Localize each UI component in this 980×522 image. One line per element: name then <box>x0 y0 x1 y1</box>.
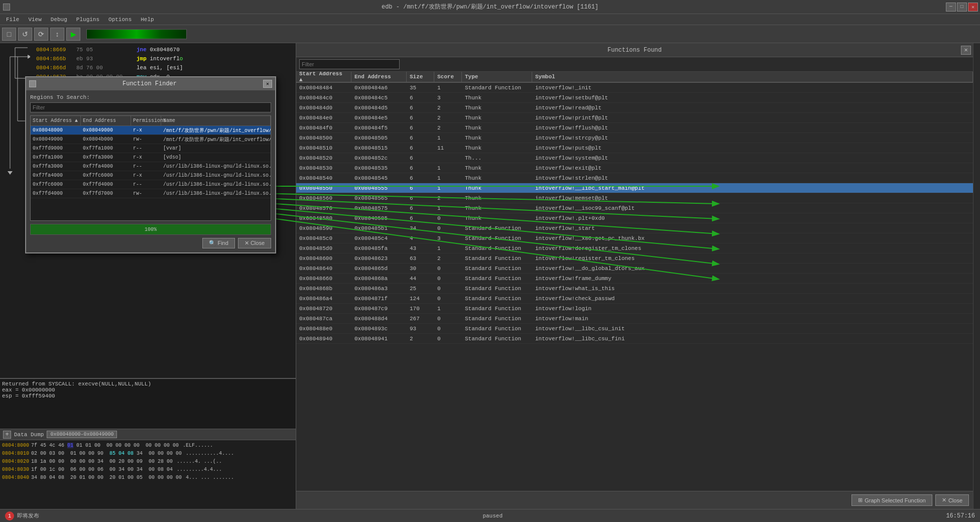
app-icon <box>3 4 10 11</box>
toolbar-btn-4[interactable]: ▶ <box>66 28 80 41</box>
functions-filter-input[interactable] <box>299 59 400 69</box>
fn-score: 0 <box>434 215 462 221</box>
menu-options[interactable]: Options <box>104 16 136 24</box>
dialog-filter-input[interactable] <box>30 102 271 112</box>
fn-size: 44 <box>407 276 434 282</box>
toolbar-btn-0[interactable]: □ <box>2 28 16 41</box>
col-header-start[interactable]: Start Address ▲ <box>296 72 351 82</box>
dialog-find-button[interactable]: 🔍 Find <box>202 238 234 248</box>
table-row[interactable]: 0x080485c0 0x080485c4 4 3 Standard Funct… <box>296 233 973 243</box>
fn-start: 0x080484f0 <box>296 125 351 131</box>
list-item[interactable]: 0xf7fd4000 0xf7fd7000 rw- /usr/lib/i386-… <box>31 189 271 198</box>
list-item[interactable]: 0xf7fa4000 0xf7fc6000 r-x /usr/lib/i386-… <box>31 171 271 180</box>
table-row[interactable]: 0x080486a4 0x0804871f 124 0 Standard Fun… <box>296 294 973 304</box>
fn-score: 1 <box>434 135 462 141</box>
toolbar-btn-3[interactable]: ↕ <box>50 28 64 41</box>
fn-size: 170 <box>407 306 434 312</box>
disasm-line[interactable]: 0804:866b eb 93 jmp intoverflo <box>34 54 296 63</box>
list-item[interactable]: 0xf7fc6000 0xf7fd4000 r-- /usr/lib/i386-… <box>31 180 271 189</box>
dialog-rows-container[interactable]: 0x08048000 0x08049000 r-x /mnt/f/攻防世界/pw… <box>31 126 271 198</box>
functions-found-close-btn[interactable]: ✕ <box>961 46 971 55</box>
table-row[interactable]: 0x08048580 0x08048585 6 0 Thunk intoverf… <box>296 213 973 223</box>
fn-symbol: intoverflow!.plt+0xd0 <box>532 215 973 221</box>
fn-score: 2 <box>434 195 462 201</box>
col-header-symbol[interactable]: Symbol <box>532 72 973 82</box>
disasm-line[interactable]: 0804:8669 75 05 jne 0x8048670 <box>34 45 296 54</box>
fn-end: 0x08048505 <box>351 135 407 141</box>
table-row[interactable]: 0x08048550 0x08048555 6 1 Thunk intoverf… <box>296 183 973 193</box>
table-row[interactable]: 0x08048570 0x08048575 6 1 Thunk intoverf… <box>296 203 973 213</box>
list-item[interactable]: 0x08049000 0x0804b000 rw- /mnt/f/攻防世界/pw… <box>31 135 271 144</box>
table-row[interactable]: 0x080484f0 0x080484f5 6 2 Thunk intoverf… <box>296 123 973 133</box>
data-dump-tab[interactable]: 0x08048000-0x08049000 <box>47 431 117 438</box>
fn-size: 43 <box>407 245 434 251</box>
toolbar-btn-2[interactable]: ⟳ <box>34 28 48 41</box>
table-row[interactable]: 0x08048540 0x08048545 6 1 Thunk intoverf… <box>296 173 973 183</box>
table-row[interactable]: 0x0804868b 0x080486a3 25 0 Standard Func… <box>296 284 973 294</box>
list-item[interactable]: 0xf7fa1000 0xf7fa3000 r-x [vdso] <box>31 153 271 162</box>
menu-file[interactable]: File <box>2 16 23 24</box>
close-functions-button[interactable]: ✕ Close <box>935 494 969 506</box>
fn-end: 0x080486a3 <box>351 286 407 292</box>
list-item[interactable]: 0x08048000 0x08049000 r-x /mnt/f/攻防世界/pw… <box>31 126 271 135</box>
menu-debug[interactable]: Debug <box>47 16 71 24</box>
table-row[interactable]: 0x080484c0 0x080484c5 6 3 Thunk intoverf… <box>296 93 973 103</box>
status-text: 即将发布 <box>17 512 39 519</box>
col-header-score[interactable]: Score <box>434 72 462 82</box>
data-dump-add-btn[interactable]: + <box>3 431 11 439</box>
fn-size: 267 <box>407 316 434 322</box>
toolbar-btn-1[interactable]: ↺ <box>18 28 32 41</box>
functions-table-body[interactable]: 0x08048484 0x080484a6 35 1 Standard Func… <box>296 83 973 491</box>
fn-score: 1 <box>434 306 462 312</box>
table-row[interactable]: 0x080488e0 0x0804893c 93 0 Standard Func… <box>296 324 973 334</box>
table-row[interactable]: 0x08048530 0x08048535 6 1 Thunk intoverf… <box>296 163 973 173</box>
table-row[interactable]: 0x08048520 0x0804852c 6 Th... intoverflo… <box>296 153 973 163</box>
fn-type: Thunk <box>462 125 532 131</box>
dialog-table[interactable]: Start Address ▲ End Address Permissions … <box>30 115 271 221</box>
fn-end: 0x080484c5 <box>351 95 407 101</box>
table-row[interactable]: 0x08048484 0x080484a6 35 1 Standard Func… <box>296 83 973 93</box>
col-header-type[interactable]: Type <box>462 72 532 82</box>
col-header-size[interactable]: Size <box>407 72 434 82</box>
menu-plugins[interactable]: Plugins <box>72 16 103 24</box>
table-row[interactable]: 0x08048720 0x080487c9 170 1 Standard Fun… <box>296 304 973 314</box>
col-header-end[interactable]: End Address <box>351 72 407 82</box>
fn-size: 30 <box>407 266 434 272</box>
close-button[interactable]: ✕ <box>968 3 978 12</box>
table-row[interactable]: 0x08048600 0x08048623 63 2 Standard Func… <box>296 253 973 264</box>
fn-symbol: intoverflow!__isoc99_scanf@plt <box>532 205 973 211</box>
fn-size: 6 <box>407 205 434 211</box>
table-row[interactable]: 0x080485d0 0x080485fa 43 1 Standard Func… <box>296 243 973 253</box>
table-row[interactable]: 0x08048560 0x08048565 6 2 Thunk intoverf… <box>296 193 973 203</box>
window-controls[interactable]: ─ □ ✕ <box>946 3 978 12</box>
table-row[interactable]: 0x080487ca 0x080488d4 267 0 Standard Fun… <box>296 314 973 324</box>
functions-bottom-bar: ⊞ Graph Selected Function ✕ Close <box>296 491 973 509</box>
table-row[interactable]: 0x08048510 0x08048515 6 11 Thunk intover… <box>296 143 973 153</box>
list-item[interactable]: 0xf7fa3000 0xf7fa4000 r-- /usr/lib/i386-… <box>31 162 271 171</box>
dialog-close-button[interactable]: ✕ Close <box>238 238 271 248</box>
table-row[interactable]: 0x08048640 0x0804865d 30 0 Standard Func… <box>296 264 973 274</box>
table-row[interactable]: 0x080484d0 0x080484d5 6 2 Thunk intoverf… <box>296 103 973 113</box>
disasm-line[interactable]: 0804:866d 8d 76 00 lea esi, [esi] <box>34 63 296 72</box>
fn-score: 11 <box>434 145 462 151</box>
fn-start: 0x08048510 <box>296 145 351 151</box>
dialog-close-btn[interactable]: ✕ <box>263 80 272 88</box>
fn-type: Thunk <box>462 175 532 181</box>
menu-help[interactable]: Help <box>137 16 158 24</box>
table-row[interactable]: 0x08048500 0x08048505 6 1 Thunk intoverf… <box>296 133 973 143</box>
table-row[interactable]: 0x080484e0 0x080484e5 6 2 Thunk intoverf… <box>296 113 973 123</box>
menu-view[interactable]: View <box>24 16 45 24</box>
maximize-button[interactable]: □ <box>957 3 967 12</box>
list-item[interactable]: 0xf7fd9000 0xf7fa1000 r-- [vvar] <box>31 144 271 153</box>
table-row[interactable]: 0x08048660 0x0804868a 44 0 Standard Func… <box>296 274 973 284</box>
fn-score: 1 <box>434 85 462 91</box>
minimize-button[interactable]: ─ <box>946 3 956 12</box>
table-row[interactable]: 0x08048940 0x08048941 2 0 Standard Funct… <box>296 334 973 344</box>
fn-start: 0x080487ca <box>296 316 351 322</box>
graph-selected-function-button[interactable]: ⊞ Graph Selected Function <box>851 494 932 506</box>
table-row[interactable]: 0x08048590 0x080485b1 34 0 Standard Func… <box>296 223 973 233</box>
fn-score: 2 <box>434 105 462 111</box>
fn-score: 0 <box>434 286 462 292</box>
fn-symbol: intoverflow!printf@plt <box>532 115 973 121</box>
fn-start: 0x08048540 <box>296 175 351 181</box>
